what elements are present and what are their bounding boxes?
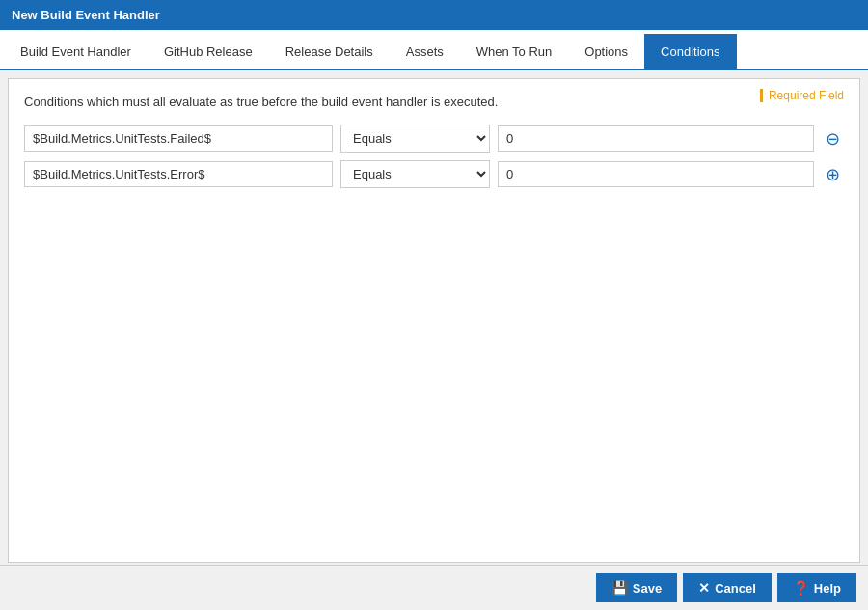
- help-button[interactable]: ❓ Help: [777, 573, 856, 602]
- cancel-button[interactable]: ✕ Cancel: [683, 573, 772, 602]
- title-bar: New Build Event Handler: [0, 0, 868, 30]
- tab-build-event-handler[interactable]: Build Event Handler: [4, 34, 148, 69]
- tab-when-to-run[interactable]: When To Run: [460, 34, 569, 69]
- condition-row: EqualsNot EqualsLess ThanGreater ThanCon…: [24, 160, 844, 188]
- content-area: Conditions which must all evaluate as tr…: [9, 79, 859, 562]
- condition-row: EqualsNot EqualsLess ThanGreater ThanCon…: [24, 125, 844, 152]
- cancel-icon: ✕: [698, 580, 710, 596]
- required-field-label: Required Field: [760, 89, 844, 102]
- help-label: Help: [814, 581, 841, 596]
- help-icon: ❓: [793, 580, 809, 596]
- tab-options[interactable]: Options: [568, 34, 644, 69]
- description-text: Conditions which must all evaluate as tr…: [24, 95, 844, 109]
- remove-condition-button[interactable]: ⊖: [822, 126, 844, 152]
- condition-value-input[interactable]: [498, 161, 814, 187]
- conditions-list: EqualsNot EqualsLess ThanGreater ThanCon…: [24, 125, 844, 188]
- condition-field-input[interactable]: [24, 125, 333, 152]
- save-icon: 💾: [611, 580, 628, 596]
- cancel-label: Cancel: [715, 581, 756, 596]
- add-condition-button[interactable]: ⊕: [822, 162, 844, 187]
- tab-release-details[interactable]: Release Details: [269, 34, 390, 69]
- tab-assets[interactable]: Assets: [390, 34, 460, 69]
- main-panel: Required Field Conditions which must all…: [8, 78, 860, 563]
- condition-operator-select[interactable]: EqualsNot EqualsLess ThanGreater ThanCon…: [340, 125, 490, 152]
- condition-value-input[interactable]: [498, 125, 814, 152]
- footer: 💾 Save ✕ Cancel ❓ Help: [0, 565, 868, 610]
- title-bar-label: New Build Event Handler: [12, 8, 160, 22]
- save-label: Save: [633, 581, 662, 596]
- save-button[interactable]: 💾 Save: [596, 573, 677, 602]
- condition-field-input[interactable]: [24, 161, 333, 187]
- tab-bar: Build Event HandlerGitHub ReleaseRelease…: [0, 30, 868, 70]
- tab-github-release[interactable]: GitHub Release: [148, 34, 269, 69]
- condition-operator-select[interactable]: EqualsNot EqualsLess ThanGreater ThanCon…: [340, 160, 490, 188]
- tab-conditions[interactable]: Conditions: [644, 34, 736, 69]
